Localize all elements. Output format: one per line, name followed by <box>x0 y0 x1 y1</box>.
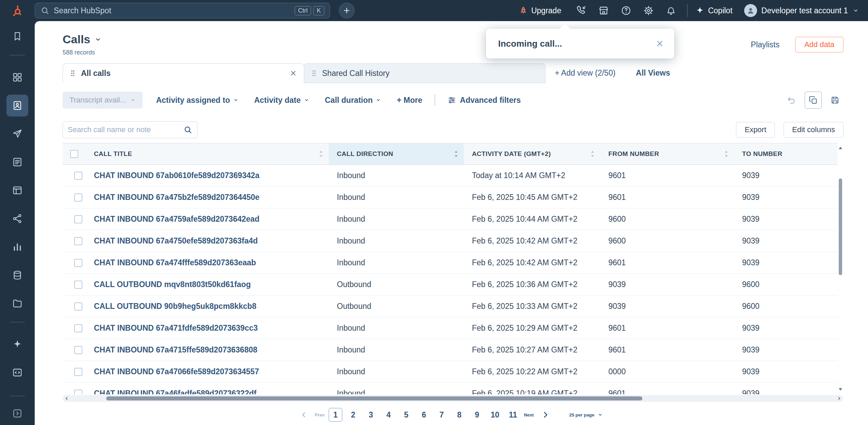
help-button[interactable] <box>618 2 635 19</box>
tab-all-calls[interactable]: All calls <box>63 63 304 83</box>
call-title-link[interactable]: CALL OUTBOUND mqv8nt803t50kd61faog <box>86 274 329 295</box>
call-title-link[interactable]: CHAT INBOUND 67a4759afe589d2073642ead <box>86 208 329 230</box>
page-button-1[interactable]: 1 <box>329 408 342 422</box>
all-views-link[interactable]: All Views <box>636 68 670 78</box>
page-title-caret[interactable] <box>94 36 102 43</box>
column-header-call-title[interactable]: CALL TITLE <box>86 143 329 164</box>
playlists-link[interactable]: Playlists <box>751 40 780 49</box>
horizontal-scroll-thumb[interactable] <box>106 396 642 400</box>
add-view-button[interactable]: + Add view (2/50) <box>555 68 616 78</box>
account-menu[interactable]: Developer test account 1 <box>744 4 859 17</box>
page-button-11[interactable]: 11 <box>506 408 520 422</box>
filter-activity-date[interactable]: Activity date <box>254 96 309 105</box>
page-button-3[interactable]: 3 <box>364 408 378 422</box>
scroll-left-arrow[interactable] <box>64 396 69 401</box>
row-checkbox[interactable] <box>74 259 82 267</box>
call-title-link[interactable]: CHAT INBOUND 67a46fadfe589d20736322df <box>86 383 329 394</box>
copy-view-button[interactable] <box>805 92 822 109</box>
call-search-input[interactable] <box>68 125 181 134</box>
row-checkbox[interactable] <box>74 237 82 245</box>
sort-icon[interactable] <box>724 150 728 158</box>
hubspot-logo[interactable] <box>0 4 35 17</box>
undo-view-button[interactable] <box>783 92 800 109</box>
page-button-2[interactable]: 2 <box>346 408 360 422</box>
scroll-up-arrow[interactable] <box>838 146 842 150</box>
column-header-activity-date[interactable]: ACTIVITY DATE (GMT+2) <box>464 143 600 164</box>
page-button-4[interactable]: 4 <box>382 408 395 422</box>
select-all-checkbox[interactable] <box>70 150 78 158</box>
sidebar-item-ai[interactable] <box>6 333 28 355</box>
page-button-7[interactable]: 7 <box>435 408 448 422</box>
next-chevron-icon[interactable] <box>541 410 550 420</box>
sidebar-item-automations[interactable] <box>6 208 28 230</box>
sidebar-item-forms[interactable] <box>6 151 28 173</box>
export-button[interactable]: Export <box>736 122 775 138</box>
call-title-link[interactable]: CHAT INBOUND 67a4715ffe589d2073636808 <box>86 339 329 361</box>
row-checkbox[interactable] <box>74 368 82 376</box>
popup-close-button[interactable] <box>655 39 664 48</box>
column-header-call-direction[interactable]: CALL DIRECTION <box>329 143 464 164</box>
magnifier-icon[interactable] <box>183 125 192 134</box>
call-title-link[interactable]: CHAT INBOUND 67a474fffe589d207363eaab <box>86 252 329 273</box>
row-checkbox[interactable] <box>74 346 82 354</box>
sidebar-item-reporting[interactable] <box>6 236 28 258</box>
sort-icon[interactable] <box>454 150 458 158</box>
advanced-filters-button[interactable]: Advanced filters <box>447 96 521 105</box>
calling-button[interactable] <box>573 2 590 19</box>
page-button-8[interactable]: 8 <box>453 408 466 422</box>
add-data-button[interactable]: Add data <box>795 37 844 52</box>
marketplace-button[interactable] <box>595 2 612 19</box>
save-view-button[interactable] <box>826 92 844 109</box>
sidebar-item-workspaces[interactable] <box>6 66 28 88</box>
row-checkbox[interactable] <box>74 215 82 223</box>
call-title-link[interactable]: CHAT INBOUND 67a471fdfe589d2073639cc3 <box>86 317 329 339</box>
sidebar-item-marketing[interactable] <box>6 123 28 145</box>
scroll-right-arrow[interactable] <box>837 396 841 401</box>
transcript-filter-dropdown[interactable]: Transcript avail... <box>63 92 143 109</box>
row-checkbox[interactable] <box>74 324 82 332</box>
row-checkbox[interactable] <box>74 390 82 395</box>
sidebar-expand-button[interactable] <box>6 403 28 424</box>
page-button-5[interactable]: 5 <box>399 408 413 422</box>
call-title-link[interactable]: CHAT INBOUND 67a475b2fe589d207364450e <box>86 187 329 208</box>
page-button-10[interactable]: 10 <box>488 408 502 422</box>
row-checkbox[interactable] <box>74 302 82 311</box>
call-title-link[interactable]: CHAT INBOUND 67ab0610fe589d207369342a <box>86 165 329 186</box>
edit-columns-button[interactable]: Edit columns <box>784 122 844 138</box>
row-checkbox[interactable] <box>74 193 82 202</box>
sidebar-item-developer[interactable] <box>6 362 28 383</box>
close-tab-button[interactable] <box>290 69 297 77</box>
column-header-to-number[interactable]: TO NUMBER <box>734 143 838 164</box>
row-checkbox[interactable] <box>74 281 82 289</box>
column-header-from-number[interactable]: FROM NUMBER <box>600 143 734 164</box>
next-page-button[interactable]: Next <box>524 412 534 418</box>
vertical-scroll-thumb[interactable] <box>839 178 842 275</box>
global-search-input[interactable]: Search HubSpot Ctrl K <box>35 3 330 18</box>
per-page-dropdown[interactable]: 25 per page <box>569 412 603 418</box>
call-title-link[interactable]: CALL OUTBOUND 90b9heg5uk8pcm8kkcb8 <box>86 296 329 317</box>
filter-call-duration[interactable]: Call duration <box>325 96 381 105</box>
prev-chevron-icon[interactable] <box>300 411 308 419</box>
prev-page-button[interactable]: Prev <box>315 412 325 418</box>
sidebar-item-content[interactable] <box>6 179 28 201</box>
sidebar-item-bookmarks[interactable] <box>6 26 28 47</box>
sort-icon[interactable] <box>590 150 595 158</box>
scroll-down-arrow[interactable] <box>838 388 842 391</box>
sidebar-item-data[interactable] <box>6 264 28 286</box>
sort-icon[interactable] <box>319 150 323 158</box>
more-filters-button[interactable]: + More <box>397 96 422 105</box>
page-button-6[interactable]: 6 <box>417 408 431 422</box>
filter-activity-assigned-to[interactable]: Activity assigned to <box>156 96 239 105</box>
copilot-button[interactable]: Copilot <box>695 6 733 15</box>
notifications-button[interactable] <box>662 2 679 19</box>
sidebar-item-crm[interactable] <box>6 95 28 116</box>
quick-create-button[interactable] <box>339 3 355 18</box>
sidebar-item-library[interactable] <box>6 293 28 314</box>
row-checkbox[interactable] <box>74 172 82 180</box>
call-title-link[interactable]: CHAT INBOUND 67a47066fe589d2073634557 <box>86 361 329 382</box>
upgrade-button[interactable]: Upgrade <box>519 6 561 15</box>
settings-button[interactable] <box>640 2 657 19</box>
call-title-link[interactable]: CHAT INBOUND 67a4750efe589d207363fa4d <box>86 230 329 252</box>
tab-shared-call-history[interactable]: Shared Call History <box>304 63 545 83</box>
page-button-9[interactable]: 9 <box>470 408 484 422</box>
